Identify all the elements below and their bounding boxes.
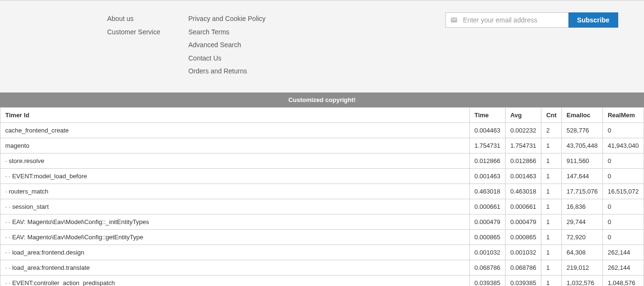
cell-time: 0.039385: [469, 275, 505, 286]
table-row: · · load_area:frontend.translate0.068786…: [0, 260, 644, 275]
newsletter-email-input[interactable]: [445, 12, 569, 28]
table-row: · · EVENT:model_load_before0.0014630.001…: [0, 168, 644, 184]
footer-link-privacy[interactable]: Privacy and Cookie Policy: [189, 12, 274, 26]
cell-emalloc: 147,644: [561, 168, 602, 184]
cell-avg: 0.039385: [505, 275, 541, 286]
cell-time: 0.000479: [469, 214, 505, 229]
subscribe-button[interactable]: Subscribe: [569, 12, 618, 28]
cell-emalloc: 528,776: [561, 123, 602, 138]
table-row: · · EAV: Magento\Eav\Model\Config::getEn…: [0, 229, 644, 245]
cell-cnt: 1: [541, 138, 562, 153]
footer-link-advanced-search[interactable]: Advanced Search: [189, 39, 274, 52]
cell-id: · · EAV: Magento\Eav\Model\Config::_init…: [0, 214, 470, 229]
header-cnt: Cnt: [541, 107, 562, 123]
table-row: · · EAV: Magento\Eav\Model\Config::_init…: [0, 214, 644, 229]
cell-emalloc: 911,560: [561, 153, 602, 168]
cell-emalloc: 17,715,076: [561, 184, 602, 199]
cell-realmem: 0: [602, 214, 644, 229]
cell-avg: 0.463018: [505, 184, 541, 199]
footer-link-orders-returns[interactable]: Orders and Returns: [189, 65, 274, 78]
newsletter: Subscribe: [445, 12, 618, 78]
cell-id: · · EVENT:model_load_before: [0, 168, 470, 184]
cell-cnt: 1: [541, 153, 562, 168]
cell-time: 0.001032: [469, 245, 505, 260]
table-row: · · load_area:frontend.design0.0010320.0…: [0, 245, 644, 260]
footer-column-1: About us Customer Service: [103, 12, 184, 78]
cell-realmem: 0: [602, 168, 644, 184]
cell-cnt: 1: [541, 184, 562, 199]
table-row: · · EVENT:controller_action_predispatch0…: [0, 275, 644, 286]
cell-realmem: 0: [602, 199, 644, 214]
cell-time: 1.754731: [469, 138, 505, 153]
cell-realmem: 41,943,040: [602, 138, 644, 153]
cell-avg: 0.002232: [505, 123, 541, 138]
cell-avg: 1.754731: [505, 138, 541, 153]
header-time: Time: [469, 107, 505, 123]
footer-link-customer-service[interactable]: Customer Service: [107, 26, 179, 39]
header-realmem: RealMem: [602, 107, 644, 123]
table-row: cache_frontend_create0.0044630.002232252…: [0, 123, 644, 138]
cell-emalloc: 43,705,448: [561, 138, 602, 153]
copyright-bar: Customized copyright!: [0, 92, 644, 107]
cell-avg: 0.012866: [505, 153, 541, 168]
cell-realmem: 262,144: [602, 260, 644, 275]
table-row: magento1.7547311.754731143,705,44841,943…: [0, 138, 644, 153]
envelope-icon: [450, 16, 458, 24]
cell-realmem: 0: [602, 229, 644, 245]
cell-time: 0.000661: [469, 199, 505, 214]
cell-id: · · load_area:frontend.translate: [0, 260, 470, 275]
profiler-table: Timer Id Time Avg Cnt Emalloc RealMem ca…: [0, 107, 644, 286]
profiler-header-row: Timer Id Time Avg Cnt Emalloc RealMem: [0, 107, 644, 123]
cell-id: cache_frontend_create: [0, 123, 470, 138]
cell-cnt: 1: [541, 168, 562, 184]
cell-id: · · session_start: [0, 199, 470, 214]
header-avg: Avg: [505, 107, 541, 123]
footer-content: About us Customer Service Privacy and Co…: [17, 12, 628, 78]
cell-time: 0.004463: [469, 123, 505, 138]
footer-link-about-us[interactable]: About us: [107, 12, 179, 26]
cell-time: 0.463018: [469, 184, 505, 199]
table-row: · store.resolve0.0128660.0128661911,5600: [0, 153, 644, 168]
header-timer-id: Timer Id: [0, 107, 470, 123]
cell-realmem: 1,048,576: [602, 275, 644, 286]
cell-id: · store.resolve: [0, 153, 470, 168]
footer-spacer: [279, 12, 445, 78]
cell-id: magento: [0, 138, 470, 153]
cell-time: 0.000865: [469, 229, 505, 245]
cell-cnt: 1: [541, 245, 562, 260]
cell-emalloc: 64,308: [561, 245, 602, 260]
cell-id: · · EAV: Magento\Eav\Model\Config::getEn…: [0, 229, 470, 245]
cell-emalloc: 1,032,576: [561, 275, 602, 286]
cell-avg: 0.068786: [505, 260, 541, 275]
cell-emalloc: 16,836: [561, 199, 602, 214]
cell-avg: 0.000661: [505, 199, 541, 214]
cell-cnt: 1: [541, 260, 562, 275]
cell-realmem: 262,144: [602, 245, 644, 260]
cell-avg: 0.000865: [505, 229, 541, 245]
table-row: · · session_start0.0006610.000661116,836…: [0, 199, 644, 214]
cell-emalloc: 29,744: [561, 214, 602, 229]
footer-link-contact-us[interactable]: Contact Us: [189, 52, 274, 65]
cell-id: · · load_area:frontend.design: [0, 245, 470, 260]
cell-emalloc: 219,012: [561, 260, 602, 275]
cell-time: 0.001463: [469, 168, 505, 184]
newsletter-input-wrap: [445, 12, 569, 28]
cell-avg: 0.001463: [505, 168, 541, 184]
cell-realmem: 16,515,072: [602, 184, 644, 199]
cell-time: 0.012866: [469, 153, 505, 168]
cell-id: · · EVENT:controller_action_predispatch: [0, 275, 470, 286]
cell-avg: 0.001032: [505, 245, 541, 260]
cell-time: 0.068786: [469, 260, 505, 275]
cell-cnt: 2: [541, 123, 562, 138]
cell-cnt: 1: [541, 229, 562, 245]
cell-cnt: 1: [541, 199, 562, 214]
cell-id: · routers_match: [0, 184, 470, 199]
header-emalloc: Emalloc: [561, 107, 602, 123]
cell-cnt: 1: [541, 214, 562, 229]
footer-link-search-terms[interactable]: Search Terms: [189, 26, 274, 39]
footer-column-2: Privacy and Cookie Policy Search Terms A…: [184, 12, 279, 78]
cell-avg: 0.000479: [505, 214, 541, 229]
cell-cnt: 1: [541, 275, 562, 286]
footer: About us Customer Service Privacy and Co…: [0, 0, 644, 92]
cell-emalloc: 72,920: [561, 229, 602, 245]
